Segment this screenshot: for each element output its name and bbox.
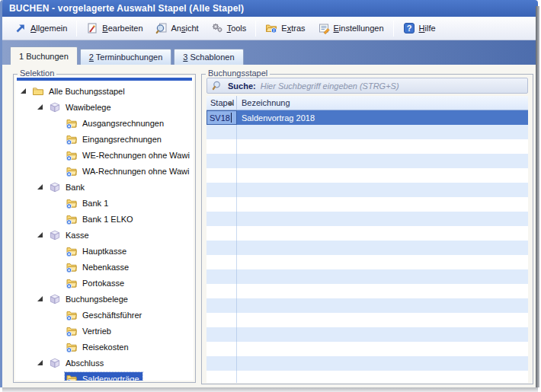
tree-node-body[interactable]: Kasse	[48, 228, 92, 242]
menu-separator	[393, 21, 394, 37]
tree-node-body[interactable]: Bank	[48, 180, 88, 194]
tree-node-body[interactable]: Ausgangsrechnungen	[65, 116, 167, 130]
menu-einstellungen[interactable]: Einstellungen	[312, 20, 390, 37]
table-row-empty[interactable]	[206, 197, 528, 212]
tab-buchungen[interactable]: 1 Buchungen	[10, 46, 78, 65]
table-row-empty[interactable]	[206, 371, 528, 383]
tree-item[interactable]: Reisekosten	[15, 339, 194, 355]
tree-node-body[interactable]: Bank 1 ELKO	[65, 212, 136, 226]
menu-allgemein[interactable]: Allgemein	[8, 20, 73, 37]
table-row-empty[interactable]	[206, 269, 528, 284]
table-row-empty[interactable]	[206, 168, 528, 183]
tree-item[interactable]: Eingangsrechnungen	[15, 131, 194, 147]
tree-node-body[interactable]: Vertrieb	[65, 324, 114, 338]
table-row-empty[interactable]	[206, 356, 528, 371]
tab-terminbuchungen[interactable]: 2 Terminbuchungen	[80, 49, 171, 65]
table-row-empty[interactable]	[206, 298, 528, 313]
tree-item[interactable]: Portokasse	[15, 275, 194, 291]
arrow-ne-icon	[14, 22, 27, 34]
table-row-empty[interactable]	[206, 327, 528, 342]
table-row-empty[interactable]	[206, 241, 528, 255]
tree-node-body[interactable]: Eingangsrechnungen	[65, 132, 165, 146]
tree-item[interactable]: Bank	[15, 179, 194, 195]
tree-item[interactable]: Saldenvorträge	[15, 371, 194, 381]
tree-item[interactable]: WE-Rechnungen ohne Wawi	[15, 147, 194, 163]
expander-expanded-icon[interactable]	[37, 359, 48, 366]
tree-item[interactable]: Kasse	[15, 227, 194, 243]
table-row-empty[interactable]	[206, 139, 528, 154]
expander-expanded-icon[interactable]	[37, 183, 48, 190]
tree-item[interactable]: Alle Buchungsstapel	[15, 83, 194, 99]
tree-item-label: Reisekosten	[82, 343, 129, 352]
table-row[interactable]: SV18Saldenvortrag 2018	[206, 110, 528, 125]
menu-hilfe-label: Hilfe	[419, 24, 436, 33]
column-header-bezeichnung[interactable]: Bezeichnung	[237, 98, 290, 107]
tree-node-body[interactable]: Saldenvorträge	[65, 372, 142, 381]
tree-node-body[interactable]: Nebenkasse	[65, 260, 132, 274]
expander-expanded-icon[interactable]	[37, 295, 48, 302]
table-row-empty[interactable]	[206, 313, 528, 327]
menu-bearbeiten[interactable]: Bearbeiten	[80, 20, 149, 37]
stack-icon	[66, 133, 78, 145]
menu-tools-label: Tools	[227, 24, 247, 33]
stapel-table-header[interactable]: Stapel Bezeichnung	[206, 96, 528, 110]
menu-ansicht-label: Ansicht	[171, 24, 199, 33]
tree-node-body[interactable]: Portokasse	[65, 276, 127, 290]
tree-item[interactable]: Abschluss	[15, 355, 194, 371]
tree-node-body[interactable]: WE-Rechnungen ohne Wawi	[65, 148, 193, 162]
tree-item[interactable]: Nebenkasse	[15, 259, 194, 275]
table-row-empty[interactable]	[206, 154, 528, 168]
search-bar[interactable]: Suche:	[206, 78, 528, 94]
window-shadow-right	[536, 6, 539, 387]
tree-item[interactable]: Hauptkasse	[15, 243, 194, 259]
tree-node-body[interactable]: Reisekosten	[65, 340, 132, 354]
menu-tools[interactable]: Tools	[205, 20, 253, 37]
tree-item[interactable]: Ausgangsrechnungen	[15, 115, 194, 131]
stapel-table-body: SV18Saldenvortrag 2018	[206, 110, 528, 383]
cube-icon	[49, 229, 61, 241]
menu-hilfe[interactable]: ? Hilfe	[397, 20, 442, 37]
tree-node-body[interactable]: Alle Buchungsstapel	[31, 84, 128, 98]
tree-node-body[interactable]: WA-Rechnungen ohne Wawi	[65, 164, 192, 178]
column-header-stapel[interactable]: Stapel	[206, 96, 237, 110]
tree-item[interactable]: Wawibelege	[15, 99, 194, 115]
stack-icon	[66, 309, 78, 321]
menu-ansicht[interactable]: Ansicht	[149, 20, 205, 37]
folder-info-icon	[265, 22, 277, 34]
tree-node-body[interactable]: Buchungsbelege	[48, 292, 131, 306]
table-row-empty[interactable]	[206, 342, 528, 356]
screenshot: BUCHEN - vorgelagerte Auswahl Stapel (Al…	[0, 0, 541, 392]
search-icon	[212, 80, 223, 91]
search-label: Suche:	[228, 81, 256, 91]
tree-node-body[interactable]: Abschluss	[48, 356, 107, 370]
expander-expanded-icon[interactable]	[37, 104, 48, 110]
table-row-empty[interactable]	[206, 284, 528, 298]
tree-node-body[interactable]: Geschäftsführer	[65, 308, 145, 322]
search-input[interactable]	[261, 81, 523, 91]
tree-node-body[interactable]: Hauptkasse	[65, 244, 130, 258]
tree-item[interactable]: Buchungsbelege	[15, 291, 194, 307]
expander-expanded-icon[interactable]	[37, 231, 48, 238]
expander-expanded-icon[interactable]	[20, 88, 31, 94]
tree-node-body[interactable]: Bank 1	[65, 196, 111, 210]
table-row-empty[interactable]	[206, 255, 528, 269]
bezeichnung-cell: Saldenvortrag 2018	[237, 110, 528, 125]
tree-item-label: Wawibelege	[66, 103, 111, 112]
tree-item-label: Buchungsbelege	[66, 295, 128, 304]
table-row-empty[interactable]	[206, 183, 528, 197]
cube-icon	[49, 357, 61, 369]
tree-item-label: WE-Rechnungen ohne Wawi	[82, 151, 190, 160]
tree-node-body[interactable]: Wawibelege	[48, 100, 114, 114]
table-row-empty[interactable]	[206, 212, 528, 226]
app-window: BUCHEN - vorgelagerte Auswahl Stapel (Al…	[0, 0, 538, 387]
tree-item[interactable]: Bank 1	[15, 195, 194, 211]
stapel-cell-editor[interactable]: SV18	[206, 110, 237, 125]
tree-item[interactable]: Geschäftsführer	[15, 307, 194, 323]
tree-item[interactable]: WA-Rechnungen ohne Wawi	[15, 163, 194, 179]
table-row-empty[interactable]	[206, 125, 528, 139]
tab-schablonen[interactable]: 3 Schablonen	[174, 49, 243, 65]
table-row-empty[interactable]	[206, 226, 528, 241]
tree-item[interactable]: Bank 1 ELKO	[15, 211, 194, 227]
menu-extras[interactable]: Extras	[259, 20, 311, 37]
tree-item[interactable]: Vertrieb	[15, 323, 194, 339]
